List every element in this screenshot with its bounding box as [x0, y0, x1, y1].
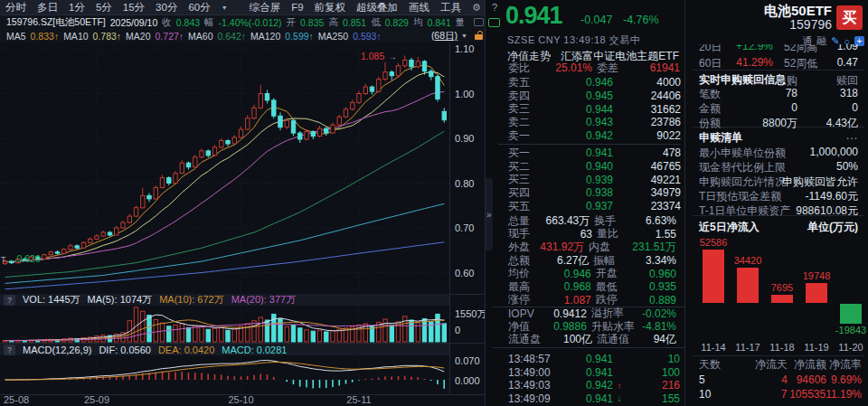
gear-icon[interactable]: ⚙	[472, 2, 481, 14]
candle	[272, 99, 276, 119]
tick-price: 0.941	[571, 366, 613, 379]
candle	[331, 123, 335, 134]
ma-value: 0.593↑	[353, 31, 382, 42]
bid-row[interactable]: 买四0.93834979	[493, 186, 684, 200]
panel-layout-icon[interactable]	[474, 18, 484, 26]
ask-row[interactable]: 卖二0.94323786	[493, 116, 684, 129]
bid-row[interactable]: 买一0.941478	[493, 146, 684, 160]
collapse-panel-button[interactable]: »	[486, 210, 492, 220]
period-tab[interactable]: 多日	[37, 1, 58, 14]
stat-value: 0.9412	[545, 307, 587, 320]
stat-value: 94亿	[651, 332, 681, 347]
rt-section-title: 实时申购赎回信息	[699, 72, 786, 88]
flow-cell: 4	[735, 373, 788, 386]
level-price: 0.941	[544, 146, 613, 159]
ask-row[interactable]: 卖四0.94524406	[493, 90, 684, 103]
level-price: 0.942	[544, 129, 613, 142]
chevron-down-icon[interactable]: ▼	[461, 33, 467, 39]
bid-row[interactable]: 买二0.94046765	[493, 160, 684, 174]
tool-button[interactable]: F9	[291, 2, 303, 13]
stat-row: 涨停1.087跌停0.889	[493, 294, 684, 307]
level-volume: 23374	[613, 200, 681, 212]
stat-row: 净值0.9886升贴水率-4.81%	[493, 320, 684, 334]
period-tab[interactable]: 分时	[5, 1, 26, 14]
rt-row-label: 份额	[699, 116, 721, 131]
ma-range-dropdown[interactable]: (68日)	[431, 30, 458, 42]
period-tab[interactable]: 60分	[188, 1, 210, 14]
stat-row: 最高0.968最低0.935	[493, 280, 684, 294]
volume-tick-label: 1550万	[455, 308, 485, 319]
flow-cell: 10	[699, 388, 735, 401]
pcf-value: 50%	[836, 160, 858, 173]
tick-trade-list: 13:48:570.9411013:49:000.94110013:49:030…	[493, 353, 684, 405]
candle	[174, 171, 177, 184]
tool-button[interactable]: 工具	[440, 1, 461, 14]
candle	[95, 234, 99, 241]
tick-trade-row: 13:49:030.942↑216	[493, 379, 684, 392]
stat-row: 均价0.946开盘0.960	[493, 267, 684, 280]
candle	[325, 127, 328, 136]
level-volume: 34979	[613, 186, 681, 199]
bid-row[interactable]: 买五0.93723374	[493, 200, 684, 213]
candle	[436, 75, 439, 102]
ma-label: MA5	[6, 31, 26, 42]
bid-ask-ratio-row: 委比 25.01% 委差 61941	[493, 61, 684, 75]
candle	[193, 155, 197, 167]
ma-label: MA250	[318, 31, 348, 42]
candle	[141, 188, 145, 209]
stat-row: 总额6.27亿振幅3.34%	[493, 254, 684, 268]
ask-row[interactable]: 卖一0.9429022	[493, 129, 684, 143]
flow-cell: 11.19%	[826, 388, 862, 401]
ask-row[interactable]: 卖五0.9464000	[493, 76, 684, 90]
stat-row: 外盘431.92万内盘231.51万	[493, 241, 684, 254]
period-tab[interactable]: 5分	[96, 1, 112, 14]
stat-row: 现手63量比1.55	[493, 228, 684, 241]
ask-levels: 卖五0.9464000卖四0.94524406卖三0.94431662卖二0.9…	[493, 76, 684, 142]
period-tab[interactable]: 15分	[123, 1, 145, 14]
candle	[62, 248, 66, 253]
candle	[147, 193, 151, 202]
period-tab[interactable]: 1分	[69, 1, 85, 14]
field-value: 0.829	[385, 17, 409, 28]
macd-tick-label: 0.070	[455, 355, 480, 366]
symbol-code[interactable]: 159796.SZ[电池50ETF]	[6, 16, 106, 29]
ask-row[interactable]: 卖三0.94431662	[493, 102, 684, 116]
tick-time: 13:49:09	[508, 392, 571, 405]
help-icon[interactable]: ?	[4, 345, 15, 355]
candle	[416, 57, 420, 69]
level-price: 0.946	[544, 76, 613, 89]
buy-button[interactable]: 买	[836, 5, 863, 30]
tool-button[interactable]: 画线	[409, 1, 429, 14]
candle	[344, 107, 347, 118]
stat-row: 流通盘100亿流通值94亿	[493, 333, 684, 346]
stat-value: 63	[548, 228, 592, 241]
tool-button[interactable]: 综合屏	[250, 1, 281, 14]
stat-value: -0.02%	[642, 307, 681, 320]
candle	[363, 84, 367, 95]
stat-value: 1.087	[547, 294, 590, 307]
period-tab[interactable]: 30分	[156, 1, 177, 14]
pcf-label: 申购赎回允许情况	[699, 175, 786, 190]
clipped-stat-row: 20日+12.9%52周高1.09	[689, 44, 868, 56]
orderbook-separator	[498, 144, 681, 145]
candle	[212, 145, 216, 156]
level-volume: 23786	[613, 116, 681, 128]
rt-subscribe-value: 8800万	[762, 116, 797, 131]
candle	[377, 77, 381, 93]
help-icon[interactable]: ?	[4, 295, 15, 306]
unlock-icon[interactable]	[475, 34, 483, 40]
bid-row[interactable]: 买三0.93949221	[493, 173, 684, 186]
chevron-down-icon[interactable]: ▼	[222, 5, 228, 11]
field-label: 高	[328, 16, 338, 29]
panel-divider	[684, 0, 685, 406]
macd-dif-legend: DIF: 0.0560	[99, 345, 150, 355]
macd-tick-label: 0.000	[455, 375, 480, 386]
period-change: 41.29%	[736, 56, 773, 69]
vol-ma5-legend: MA(5): 1074万	[88, 293, 153, 307]
tool-button[interactable]: 超级叠加	[356, 1, 398, 14]
candle	[239, 127, 242, 138]
level-price: 0.937	[544, 200, 613, 212]
candle	[49, 250, 52, 256]
tool-button[interactable]: 前复权	[315, 1, 346, 14]
macd-dea-legend: DEA: 0.0420	[158, 345, 214, 355]
